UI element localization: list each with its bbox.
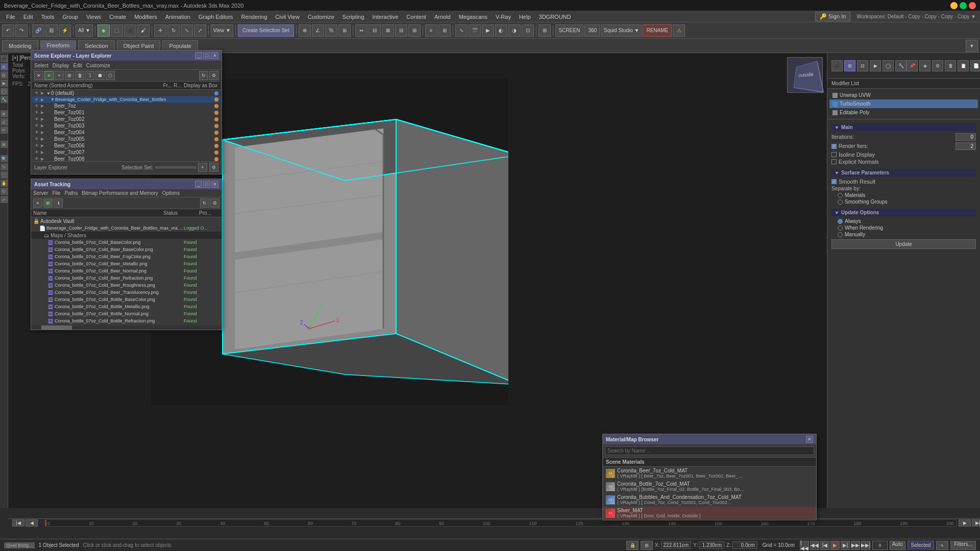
at-menu-paths[interactable]: Paths [65, 190, 78, 196]
prev-key-btn[interactable]: ◀ [26, 519, 38, 527]
snap-toggle-btn[interactable]: ⊕ [299, 24, 311, 37]
arrow-icon-6[interactable]: ▶ [40, 131, 45, 135]
se-row-10[interactable]: 👁 ▶ Beer_7oz008 [32, 156, 220, 161]
at-scrollbar[interactable] [31, 325, 222, 330]
at-row-map-4[interactable]: 🖼 Corona_bottle_07oz_Cold_Beer_Metallic.… [31, 260, 222, 267]
expand-0[interactable]: ▼ [46, 91, 51, 96]
se-new-layer-btn[interactable]: + [55, 71, 64, 80]
close-btn[interactable] [969, 2, 976, 9]
se-expand-btn[interactable]: ⬢ [95, 71, 105, 80]
absolute-relative-btn[interactable]: ⊞ [641, 541, 653, 550]
channel-icon[interactable]: ◈ [919, 60, 930, 71]
menu-help[interactable]: Help [515, 13, 535, 21]
scale-btn[interactable]: ⤡ [181, 24, 193, 37]
at-row-map-3[interactable]: 🖼 Corona_bottle_07oz_Cold_Beer_FogColor.… [31, 253, 222, 260]
play-next-btn[interactable]: ▶▶ [851, 541, 860, 550]
at-row-map-7[interactable]: 🖼 Corona_bottle_07oz_Cold_Beer_Roughness… [31, 282, 222, 289]
modify-panel-icon[interactable]: ⊞ [1, 63, 8, 70]
display-panel-icon[interactable]: ◯ [1, 88, 8, 95]
delete-icon[interactable]: 🗑 [945, 60, 956, 71]
se-row-0[interactable]: 👁 ▶ ▼ 0 (default) [32, 90, 220, 96]
normal-align-btn[interactable]: ⊞ [408, 24, 421, 37]
zoom-region-icon[interactable]: ⬚ [1, 171, 8, 179]
at-menu-bitmap[interactable]: Bitmap Performance and Memory [82, 190, 158, 196]
scene-explorer-minimize[interactable]: _ [195, 52, 202, 59]
visibility-icon-1[interactable]: 👁 [34, 97, 39, 102]
filters-btn[interactable]: Filters... [950, 541, 976, 550]
mini-curve-editor-btn[interactable]: ∿ [936, 541, 948, 550]
asset-tracking-header[interactable]: Asset Tracking _ □ ✕ [31, 179, 222, 189]
menu-rendering[interactable]: Rendering [237, 13, 272, 21]
play-btn[interactable]: ▶ [830, 541, 840, 550]
se-row-1[interactable]: 👁 ▶ ▼ Beverage_Cooler_Fridge_with_Coroni… [32, 96, 220, 103]
at-menu-server[interactable]: Server [33, 190, 48, 196]
mb-mat-row-4[interactable]: M Silver_MAT ( VRayMtl ) [ Door, Grid, I… [603, 507, 816, 520]
menu-edit[interactable]: Edit [19, 13, 37, 21]
iterations-value[interactable]: 0 [955, 133, 976, 141]
z-value[interactable]: 0.0cm [732, 541, 757, 549]
se-row-5[interactable]: 👁 ▶ Beer_7oz003 [32, 122, 220, 129]
visibility-icon-10[interactable]: 👁 [34, 157, 39, 161]
at-restore[interactable]: □ [203, 181, 210, 188]
se-footer-add-btn[interactable]: + [198, 163, 207, 172]
at-row-map-2[interactable]: 🖼 Corona_bottle_07oz_Cold_Beer_BaseColor… [31, 246, 222, 253]
explicit-normals-checkbox[interactable] [831, 159, 837, 164]
expand-1[interactable]: ▼ [50, 97, 55, 102]
se-list-btn[interactable]: ≡ [44, 71, 54, 80]
at-settings-btn[interactable]: ⚙ [210, 198, 219, 208]
modifier-unwrap-uvw[interactable]: Unwrap UVW [829, 91, 978, 99]
menu-tools[interactable]: Tools [37, 13, 59, 21]
extra-tools-btn[interactable]: ⊞ [538, 24, 551, 37]
at-row-map-8[interactable]: 🖼 Corona_bottle_07oz_Cold_Beer_Transluce… [31, 289, 222, 296]
align-btn[interactable]: ⊟ [369, 24, 381, 37]
visibility-icon-5[interactable]: 👁 [34, 124, 39, 128]
update-header[interactable]: ▼ Update Options [831, 209, 976, 216]
play-prev-btn[interactable]: ◀◀ [810, 541, 819, 550]
arrow-icon-7[interactable]: ▶ [40, 137, 45, 141]
angle-snap-btn[interactable]: ∠ [312, 24, 324, 37]
percent-snap-btn[interactable]: % [325, 24, 337, 37]
se-menu-select[interactable]: Select [34, 63, 48, 68]
menu-3dground[interactable]: 3DGROUND [535, 13, 575, 21]
modifier-turbosmooth[interactable]: TurboSmooth [829, 99, 978, 108]
scene-explorer-restore[interactable]: □ [203, 52, 210, 59]
create-selection-set-btn[interactable]: Create Selection Set [238, 24, 294, 37]
sign-in-btn[interactable]: 🔑 Sign In [815, 12, 850, 21]
reference-coord-btn[interactable]: View ▼ [211, 24, 233, 37]
lock-selection-btn[interactable]: 🔒 [626, 541, 639, 550]
scene-explorer-header[interactable]: Scene Explorer - Layer Explorer _ □ ✕ [31, 51, 222, 61]
spinner-snap-btn[interactable]: ⊞ [338, 24, 351, 37]
se-row-4[interactable]: 👁 ▶ Beer_7oz002 [32, 116, 220, 122]
prev-frame-btn[interactable]: |◀ [12, 519, 24, 527]
se-refresh-btn[interactable]: ↻ [199, 71, 208, 80]
render-iters-checkbox[interactable]: ✓ [831, 144, 837, 149]
visibility-icon-3[interactable]: 👁 [34, 111, 39, 115]
bind-btn[interactable]: ⚡ [59, 24, 71, 37]
at-row-map-10[interactable]: 🖼 Corona_bottle_07oz_Cold_Bottle_Metalli… [31, 303, 222, 310]
undo-btn[interactable]: ↶ [2, 24, 14, 37]
maximize-btn[interactable] [960, 2, 967, 9]
arrow-icon-1[interactable]: ▶ [40, 97, 45, 102]
at-refresh-btn[interactable]: ↻ [200, 198, 209, 208]
menu-modifiers[interactable]: Modifiers [130, 13, 161, 21]
at-row-vault[interactable]: 🔒 Autodesk Vault [31, 217, 222, 224]
visibility-icon-9[interactable]: 👁 [34, 151, 39, 155]
select-region-btn[interactable]: ⬚ [111, 24, 123, 37]
pan-icon[interactable]: ✋ [1, 180, 8, 187]
mb-mat-row-2[interactable]: M Coronita_Bottle_7oz_Cold_MAT ( VRayMtl… [603, 480, 816, 493]
menu-create[interactable]: Create [105, 13, 130, 21]
at-grid-btn[interactable]: ⊞ [43, 198, 53, 208]
se-row-8[interactable]: 👁 ▶ Beer_7oz006 [32, 142, 220, 149]
isoline-checkbox[interactable] [831, 152, 837, 157]
se-child-btn[interactable]: ⤵ [85, 71, 94, 80]
object-type-dropdown[interactable]: All ▼ [76, 24, 93, 37]
se-settings-btn[interactable]: ⚙ [209, 71, 218, 80]
at-list-btn[interactable]: ≡ [33, 198, 42, 208]
viewport-layout-icon[interactable]: ⊞ [1, 141, 8, 148]
settings-icon[interactable]: ⚙ [932, 60, 943, 71]
menu-interactive[interactable]: Interactive [369, 13, 403, 21]
render-btn[interactable]: ▶ [482, 24, 494, 37]
at-menu-options[interactable]: Options [162, 190, 180, 196]
modifier-editable-poly[interactable]: Editable Poly [829, 108, 978, 117]
menu-megascans[interactable]: Megascans [455, 13, 492, 21]
